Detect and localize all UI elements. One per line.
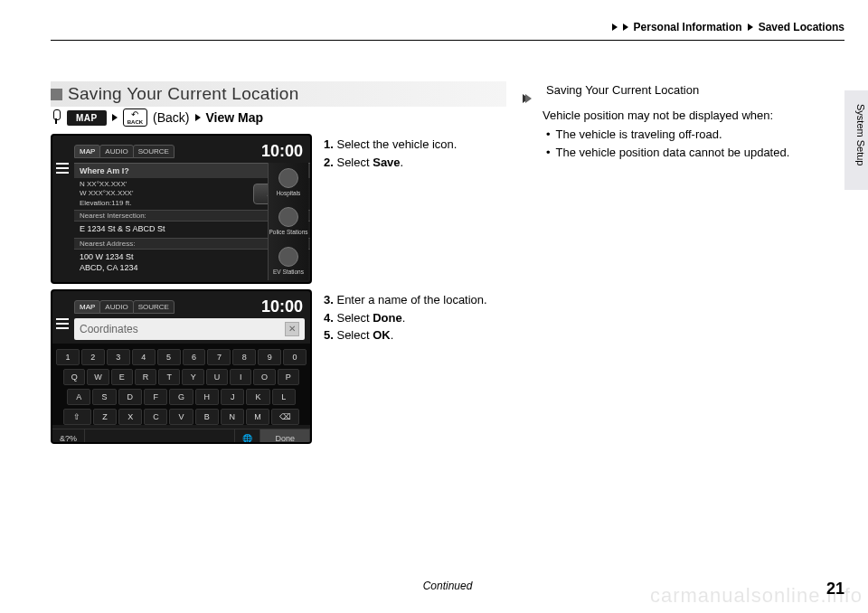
cat-label: EV Stations: [273, 269, 304, 275]
on-screen-keyboard: 1 2 3 4 5 6 7 8 9 0 Q W E R T Y U I O: [52, 344, 310, 425]
key: J: [221, 389, 244, 405]
breadcrumb: Personal Information Saved Locations: [612, 21, 844, 33]
tab-audio: AUDIO: [99, 145, 133, 158]
page-heading: Saving Your Current Location: [51, 81, 506, 107]
key: 8: [232, 349, 256, 365]
key: M: [246, 409, 269, 425]
key: D: [118, 389, 142, 405]
back-arrow-icon: ↶: [131, 110, 138, 119]
tab-source: SOURCE: [133, 145, 175, 158]
key: I: [230, 369, 251, 385]
step-3: 3. Enter a name of the location.: [324, 291, 505, 309]
cat-ev: EV Stations: [269, 247, 308, 275]
watermark: carmanualsonline.info: [650, 584, 863, 608]
map-chip: MAP: [67, 110, 107, 126]
divider: [51, 40, 844, 41]
key: E: [111, 369, 133, 385]
key: O: [253, 369, 275, 385]
chevron-right-icon: [112, 114, 118, 121]
key: 3: [107, 349, 130, 365]
key: W: [87, 369, 108, 385]
shift-key: ⇧: [63, 409, 91, 425]
tab-source: SOURCE: [133, 300, 175, 314]
clock: 10:00: [261, 142, 303, 161]
chevron-right-icon: [195, 114, 201, 121]
key: N: [221, 409, 244, 425]
mode-tabs: MAP AUDIO SOURCE: [74, 145, 174, 158]
back-label: BACK: [127, 119, 143, 125]
police-icon: [278, 207, 298, 227]
info-bullet: The vehicle is traveling off-road.: [546, 126, 830, 144]
cat-label: Police Stations: [269, 229, 308, 235]
nav-screenshot-keyboard: MAP AUDIO SOURCE 10:00 Coordinates ✕ 1 2…: [51, 289, 312, 444]
note-icon: [532, 86, 542, 95]
key: U: [206, 369, 228, 385]
key: B: [195, 409, 219, 425]
info-note-body: Vehicle position may not be displayed wh…: [532, 107, 830, 162]
heading-bullet-icon: [51, 89, 62, 100]
key: Z: [93, 409, 117, 425]
back-button-glyph: ↶ BACK: [123, 108, 147, 127]
input-value: Coordinates: [80, 323, 138, 335]
done-key: Done: [260, 429, 310, 444]
key: L: [272, 389, 296, 405]
info-note-title-row: Saving Your Current Location: [532, 81, 830, 99]
nav-screenshot-where-am-i: MAP AUDIO SOURCE 10:00 Where Am I? N XX°…: [51, 134, 312, 284]
key: T: [158, 369, 180, 385]
step-1: 1. Select the vehicle icon.: [324, 136, 505, 154]
key: 1: [56, 349, 80, 365]
breadcrumb-section: Personal Information: [634, 21, 742, 33]
step-list-2: 3. Enter a name of the location. 4. Sele…: [324, 291, 505, 344]
mode-tabs: MAP AUDIO SOURCE: [74, 300, 174, 314]
view-map-label: View Map: [206, 110, 264, 125]
side-tab-label: System Setup: [855, 104, 866, 165]
cat-police: Police Stations: [269, 207, 308, 235]
chevron-right-icon: [748, 24, 753, 31]
key: H: [195, 389, 219, 405]
key: 4: [132, 349, 156, 365]
info-note: Saving Your Current Location Vehicle pos…: [532, 81, 830, 163]
key: 9: [258, 349, 281, 365]
step-4: 4. Select Done.: [324, 309, 505, 327]
menu-icon: [56, 163, 69, 174]
category-sidebar: Hospitals Police Stations EV Stations: [268, 163, 308, 280]
kb-row-qwerty: Q W E R T Y U I O P: [56, 369, 307, 385]
info-note-title: Saving Your Current Location: [546, 81, 699, 99]
globe-key: 🌐: [235, 429, 260, 444]
tab-map: MAP: [74, 300, 100, 314]
text-input: Coordinates ✕: [74, 318, 305, 340]
voice-icon: [51, 109, 61, 126]
key: 2: [81, 349, 105, 365]
kb-bottom-bar: &?% 🌐 Done: [52, 429, 310, 444]
info-lead: Vehicle position may not be displayed wh…: [542, 107, 830, 125]
key: 0: [283, 349, 307, 365]
continued-label: Continued: [423, 580, 473, 592]
key: R: [135, 369, 156, 385]
cat-label: Hospitals: [277, 190, 301, 196]
tab-audio: AUDIO: [99, 300, 133, 314]
key: Q: [63, 369, 85, 385]
back-paren: (Back): [153, 110, 189, 125]
key: V: [169, 409, 193, 425]
key: K: [246, 389, 269, 405]
hospital-icon: [278, 168, 298, 188]
symbols-key: &?%: [52, 429, 85, 444]
key: 5: [157, 349, 181, 365]
step-2: 2. Select Save.: [324, 154, 505, 172]
breadcrumb-page: Saved Locations: [759, 21, 844, 33]
backspace-key: ⌫: [271, 409, 299, 425]
ev-icon: [278, 247, 298, 267]
chevron-right-icon: [612, 24, 618, 31]
info-bullet: The vehicle position data cannot be upda…: [546, 144, 830, 162]
key: 7: [207, 349, 231, 365]
kb-row-asdf: A S D F G H J K L: [56, 389, 307, 405]
key: C: [144, 409, 167, 425]
key: 6: [183, 349, 206, 365]
key: F: [144, 389, 167, 405]
nav-sequence: MAP ↶ BACK (Back) View Map: [51, 108, 263, 127]
kb-row-zxcv: ⇧ Z X C V B N M ⌫: [56, 409, 307, 425]
kb-row-numbers: 1 2 3 4 5 6 7 8 9 0: [56, 349, 307, 365]
key: P: [278, 369, 299, 385]
current-coordinates: N XX°XX.XXX' W XXX°XX.XXX' Elevation:119…: [80, 180, 133, 208]
key: X: [118, 409, 142, 425]
